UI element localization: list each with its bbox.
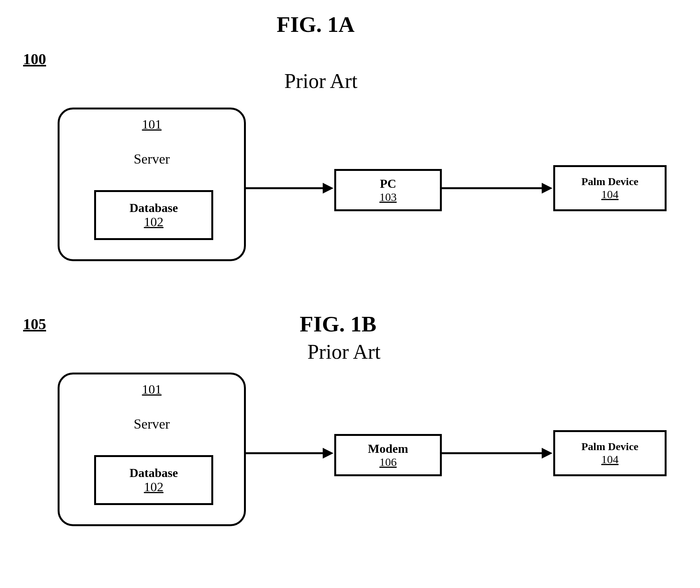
fig-a-palm-ref: 104 [601, 188, 619, 200]
svg-marker-7 [542, 448, 552, 459]
diagram-canvas: FIG. 1A 100 Prior Art 101 Server Databas… [0, 0, 700, 588]
fig-a-title: FIG. 1A [277, 12, 355, 37]
fig-b-modem-ref: 106 [380, 455, 397, 468]
fig-b-server-label: Server [60, 417, 244, 432]
fig-b-palm-ref: 104 [601, 453, 619, 465]
fig-b-title: FIG. 1B [300, 311, 377, 337]
fig-b-modem-label: Modem [368, 442, 408, 455]
fig-b-server-box: 101 Server Database 102 [58, 373, 246, 526]
fig-b-arrow-server-modem [246, 446, 334, 461]
fig-a-database-label: Database [129, 201, 178, 215]
fig-a-server-box: 101 Server Database 102 [58, 108, 246, 261]
fig-a-pc-label: PC [380, 177, 396, 190]
fig-b-database-label: Database [129, 466, 178, 480]
fig-a-arrow-pc-palm [442, 181, 553, 196]
svg-marker-5 [323, 448, 333, 459]
fig-b-subtitle: Prior Art [307, 340, 381, 364]
fig-b-server-ref: 101 [60, 382, 244, 396]
fig-a-pc-ref: 103 [380, 190, 397, 203]
fig-a-arrow-server-pc [246, 181, 334, 196]
fig-a-server-ref: 101 [60, 117, 244, 131]
fig-a-palm-box: Palm Device 104 [553, 165, 667, 211]
fig-b-database-box: Database 102 [94, 455, 213, 505]
fig-b-ref: 105 [23, 315, 46, 333]
fig-b-palm-label: Palm Device [581, 441, 639, 453]
fig-b-database-ref: 102 [144, 480, 164, 494]
fig-a-palm-label: Palm Device [581, 176, 639, 188]
fig-a-subtitle: Prior Art [284, 69, 358, 93]
fig-a-database-ref: 102 [144, 215, 164, 229]
svg-marker-3 [542, 183, 552, 194]
fig-a-pc-box: PC 103 [334, 169, 442, 211]
fig-b-modem-box: Modem 106 [334, 434, 442, 476]
fig-a-server-label: Server [60, 152, 244, 167]
fig-b-palm-box: Palm Device 104 [553, 430, 667, 476]
fig-b-arrow-modem-palm [442, 446, 553, 461]
fig-a-database-box: Database 102 [94, 190, 213, 240]
fig-a-ref: 100 [23, 50, 46, 68]
svg-marker-1 [323, 183, 333, 194]
